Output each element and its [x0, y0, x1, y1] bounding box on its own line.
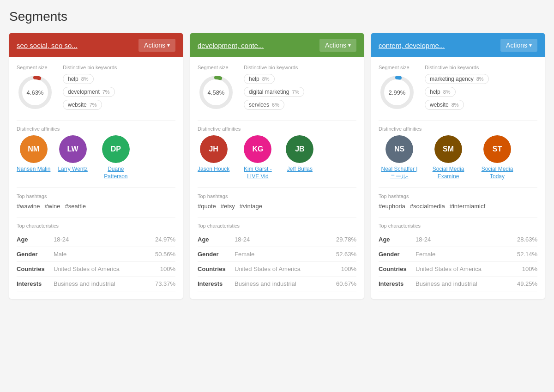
bio-keywords: Distinctive bio keywords help 8% digital… [244, 65, 356, 111]
characteristics-section: Top characteristics Age 18-24 24.97% Gen… [17, 223, 175, 291]
affinity-item: LW Larry Wentz [58, 135, 87, 180]
char-label: Age [198, 236, 235, 243]
char-label: Countries [17, 265, 54, 272]
affinity-name[interactable]: Nansen Malin [17, 166, 50, 173]
segment-size-block: Segment size 4.58% [198, 65, 235, 111]
keyword-tags: marketing agency 8% help 8% website 8% [425, 74, 537, 110]
affinity-name[interactable]: Kim Garst - LIVE Vid [237, 166, 278, 180]
affinity-avatar: DP [102, 135, 130, 163]
char-pct: 50.56% [155, 251, 175, 258]
keyword-word: website [430, 102, 449, 108]
segment-size-label: Segment size [198, 65, 235, 70]
actions-label: Actions [506, 42, 527, 49]
segment-name[interactable]: development, conte... [198, 42, 264, 49]
affinity-avatar: SM [434, 135, 462, 163]
affinities-section: Distinctive affinities NS Neal Schaffer … [379, 126, 537, 180]
hashtag: #vintage [240, 203, 262, 210]
characteristic-row: Age 18-24 29.78% [198, 232, 356, 247]
affinity-name[interactable]: Jason Houck [198, 166, 229, 173]
keyword-tag: help 8% [63, 74, 94, 84]
keyword-word: help [68, 76, 78, 82]
affinities-row: NM Nansen Malin LW Larry Wentz DP Duane … [17, 135, 175, 180]
keyword-pct: 8% [476, 76, 484, 82]
affinity-avatar: NS [385, 135, 413, 163]
char-label: Interests [198, 280, 235, 287]
characteristic-row: Countries United States of America 100% [17, 262, 175, 277]
chevron-down-icon: ▾ [167, 42, 170, 48]
affinity-name[interactable]: Social Media Examine [428, 166, 469, 180]
keyword-tag: digital marketing 7% [244, 87, 304, 97]
char-value: United States of America [54, 265, 160, 272]
char-value: United States of America [416, 265, 522, 272]
segment-name[interactable]: content, developme... [379, 42, 445, 49]
actions-button[interactable]: Actions ▾ [319, 39, 356, 52]
affinity-avatar: LW [59, 135, 87, 163]
keyword-pct: 7% [292, 89, 299, 95]
top-section: Segment size 4.63% Distinctive bio keywo… [17, 65, 175, 111]
keyword-tags: help 8% development 7% website 7% [63, 74, 175, 110]
keyword-word: digital marketing [249, 89, 289, 95]
affinity-name[interactable]: Jeff Bullas [287, 166, 313, 173]
hashtags-label: Top hashtags [379, 193, 537, 199]
keyword-pct: 8% [262, 76, 270, 82]
char-value: Business and industrial [54, 280, 155, 287]
chevron-down-icon: ▾ [348, 42, 351, 48]
char-pct: 100% [341, 265, 356, 272]
segment-header: development, conte... Actions ▾ [190, 33, 364, 57]
char-pct: 52.63% [336, 251, 356, 258]
hashtags-label: Top hashtags [198, 193, 356, 199]
affinity-avatar: JB [286, 135, 313, 163]
characteristic-row: Interests Business and industrial 60.67% [198, 277, 356, 291]
affinities-label: Distinctive affinities [17, 126, 175, 132]
affinity-item: JH Jason Houck [198, 135, 229, 180]
actions-button[interactable]: Actions ▾ [500, 39, 537, 52]
char-pct: 28.63% [517, 236, 537, 243]
donut-chart: 2.99% [379, 74, 416, 111]
char-value: United States of America [235, 265, 341, 272]
keyword-pct: 7% [102, 89, 110, 95]
characteristic-row: Gender Female 52.63% [198, 247, 356, 262]
affinity-name[interactable]: Neal Schaffer | ニール· [379, 166, 420, 180]
affinity-item: ST Social Media Today [476, 135, 518, 180]
char-label: Gender [379, 251, 416, 258]
hashtag: #quote [198, 203, 216, 210]
keyword-word: website [68, 102, 87, 108]
characteristics-section: Top characteristics Age 18-24 29.78% Gen… [198, 223, 356, 291]
keyword-pct: 7% [90, 102, 97, 108]
affinity-avatar: NM [20, 135, 48, 163]
affinity-item: JB Jeff Bullas [286, 135, 313, 180]
keyword-tag: services 6% [244, 100, 284, 110]
affinity-item: KG Kim Garst - LIVE Vid [237, 135, 278, 180]
affinities-label: Distinctive affinities [379, 126, 537, 132]
segment-3: content, developme... Actions ▾ Segment … [371, 33, 545, 299]
page-title: Segments [9, 9, 545, 24]
keyword-tag: help 8% [425, 87, 456, 97]
keyword-word: development [68, 89, 100, 95]
affinity-name[interactable]: Larry Wentz [58, 166, 87, 173]
affinity-avatar: KG [244, 135, 271, 163]
keyword-tag: website 7% [63, 100, 102, 110]
char-label: Countries [379, 265, 416, 272]
affinities-label: Distinctive affinities [198, 126, 356, 132]
segment-name[interactable]: seo social, seo so... [17, 42, 78, 49]
char-label: Age [17, 236, 54, 243]
char-value: 18-24 [416, 236, 517, 243]
keyword-pct: 6% [272, 102, 279, 108]
char-pct: 24.97% [155, 236, 175, 243]
char-value: 18-24 [54, 236, 155, 243]
donut-chart: 4.58% [198, 74, 235, 111]
char-value: Female [416, 251, 517, 258]
donut-value: 2.99% [389, 89, 406, 96]
char-label: Interests [17, 280, 54, 287]
affinity-name[interactable]: Social Media Today [476, 166, 518, 180]
keyword-word: help [430, 89, 440, 95]
segment-size-block: Segment size 4.63% [17, 65, 54, 111]
actions-button[interactable]: Actions ▾ [138, 39, 175, 52]
segment-size-block: Segment size 2.99% [379, 65, 416, 111]
affinity-name[interactable]: Duane Patterson [95, 166, 137, 180]
keyword-pct: 8% [81, 76, 89, 82]
char-pct: 49.25% [517, 280, 537, 287]
characteristic-row: Countries United States of America 100% [198, 262, 356, 277]
affinity-item: DP Duane Patterson [95, 135, 137, 180]
hashtag: #seattle [65, 203, 86, 210]
